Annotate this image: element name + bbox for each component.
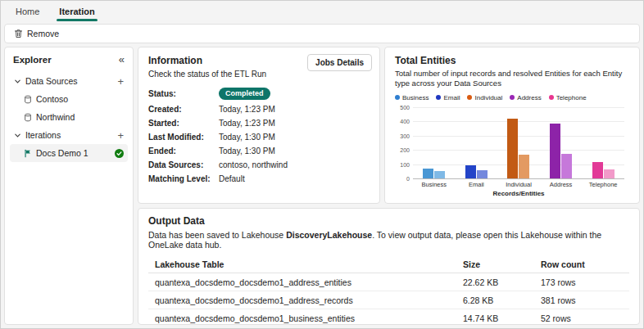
legend-label: Telephone xyxy=(556,94,587,101)
cell-table-name: quantexa_docsdemo_docsdemo1_business_ent… xyxy=(155,313,463,323)
bar-business-entities[interactable] xyxy=(434,171,445,178)
chart-y-tick: 100 xyxy=(400,161,410,167)
explorer-title: Explorer xyxy=(13,55,52,65)
chart-x-label: Email xyxy=(456,181,498,188)
field-value: Today, 1:30 PM xyxy=(219,146,370,155)
legend-label: Business xyxy=(402,94,429,101)
field-label: Last Modified: xyxy=(148,133,219,142)
table-header-row: Lakehouse Table Size Row count xyxy=(148,255,629,273)
jobs-details-button[interactable]: Jobs Details xyxy=(307,54,372,71)
tree-section-iterations: Iterations + Docs Demo 1 xyxy=(10,126,128,162)
tree-item-label: Docs Demo 1 xyxy=(36,148,88,158)
add-data-source-button[interactable]: + xyxy=(117,76,124,87)
database-icon xyxy=(24,113,32,122)
chart-x-axis-title: Records/Entities xyxy=(413,190,624,197)
legend-dot xyxy=(510,95,515,100)
lakehouse-name: DiscoveryLakehouse xyxy=(286,230,372,240)
add-iteration-button[interactable]: + xyxy=(117,130,124,141)
tab-home[interactable]: Home xyxy=(6,1,49,22)
bar-address-entities[interactable] xyxy=(561,154,572,178)
field-value: Today, 1:23 PM xyxy=(219,119,370,128)
tab-iteration[interactable]: Iteration xyxy=(49,1,104,22)
tree-header-iterations[interactable]: Iterations + xyxy=(10,126,128,144)
legend-dot xyxy=(436,95,441,100)
output-data-description: Data has been saved to Lakehouse Discove… xyxy=(148,230,629,250)
trash-icon xyxy=(14,29,23,38)
legend-dot xyxy=(549,95,554,100)
bar-group-business xyxy=(413,107,456,178)
chart-y-tick: 300 xyxy=(400,133,410,138)
legend-item-individual[interactable]: Individual xyxy=(467,94,502,101)
chart-y-tick: 0 xyxy=(406,176,410,182)
chart-y-tick: 200 xyxy=(400,147,410,153)
chart-x-labels: BusinessEmailIndividualAddressTelephone xyxy=(413,181,624,188)
tree-section-data-sources: Data Sources + Contoso xyxy=(10,72,128,126)
chart-x-label: Business xyxy=(413,181,456,188)
field-label: Ended: xyxy=(148,146,219,155)
field-value: Today, 1:30 PM xyxy=(219,133,370,142)
total-entities-panel: Total Entities Total number of input rec… xyxy=(384,47,640,204)
chart-plot-area: 0100200300400500 xyxy=(413,107,624,178)
column-header-size: Size xyxy=(463,259,541,269)
content-area: Explorer « Data Sources + xyxy=(1,47,643,328)
chart-legend: BusinessEmailIndividualAddressTelephone xyxy=(395,94,629,101)
bar-individual-entities[interactable] xyxy=(519,155,529,178)
tree-item-docs-demo-1[interactable]: Docs Demo 1 xyxy=(10,144,128,162)
bar-address-records[interactable] xyxy=(550,124,560,178)
bar-group-email xyxy=(456,107,498,178)
collapse-panel-icon[interactable]: « xyxy=(119,54,125,65)
remove-button[interactable]: Remove xyxy=(7,27,66,40)
legend-item-address[interactable]: Address xyxy=(510,94,541,101)
field-label: Created: xyxy=(148,105,219,114)
legend-label: Individual xyxy=(474,94,502,101)
bar-group-address xyxy=(540,107,583,178)
entities-chart: 0100200300400500 BusinessEmailIndividual… xyxy=(395,104,629,197)
chevron-down-icon xyxy=(14,132,21,139)
status-badge: Completed xyxy=(219,88,270,100)
information-panel: Information Check the status of the ETL … xyxy=(138,47,380,204)
cell-table-name: quantexa_docsdemo_docsdemo1_address_reco… xyxy=(155,295,463,305)
field-label: Data Sources: xyxy=(148,160,219,169)
bar-group-individual xyxy=(497,107,540,178)
toolbar: Remove xyxy=(4,24,640,43)
tree-header-data-sources[interactable]: Data Sources + xyxy=(10,72,128,90)
bar-telephone-entities[interactable] xyxy=(604,169,615,178)
field-label: Matching Level: xyxy=(148,174,219,183)
cell-size: 6.28 KB xyxy=(463,295,541,305)
remove-label: Remove xyxy=(27,29,59,38)
table-row: quantexa_docsdemo_docsdemo1_address_enti… xyxy=(148,273,629,291)
field-value: Default xyxy=(219,174,370,183)
bar-telephone-records[interactable] xyxy=(592,162,603,178)
bar-email-records[interactable] xyxy=(465,165,476,178)
chart-x-label: Individual xyxy=(497,181,540,188)
bar-email-entities[interactable] xyxy=(477,170,488,178)
legend-label: Email xyxy=(443,94,460,101)
legend-item-telephone[interactable]: Telephone xyxy=(549,94,587,101)
legend-label: Address xyxy=(517,94,541,101)
bar-individual-records[interactable] xyxy=(507,119,518,178)
bar-business-records[interactable] xyxy=(423,169,433,178)
bar-group-telephone xyxy=(582,107,624,178)
main-area: Information Check the status of the ETL … xyxy=(138,47,640,325)
chart-bars xyxy=(413,107,624,178)
tree-item-northwind[interactable]: Northwind xyxy=(10,108,128,126)
check-icon xyxy=(115,149,124,158)
app-window: Home Iteration Remove Explorer « xyxy=(0,0,644,329)
legend-dot xyxy=(467,95,472,100)
tree-item-contoso[interactable]: Contoso xyxy=(10,90,128,108)
database-icon xyxy=(24,95,32,104)
cell-size: 14.74 KB xyxy=(463,313,541,323)
cell-table-name: quantexa_docsdemo_docsdemo1_address_enti… xyxy=(155,277,463,287)
legend-dot xyxy=(395,95,400,100)
iteration-flag-icon xyxy=(24,149,32,158)
table-row: quantexa_docsdemo_docsdemo1_business_ent… xyxy=(148,309,629,325)
output-data-title: Output Data xyxy=(148,215,629,227)
field-label: Started: xyxy=(148,119,219,128)
legend-item-email[interactable]: Email xyxy=(436,94,460,101)
table-row: quantexa_docsdemo_docsdemo1_address_reco… xyxy=(148,291,629,309)
tab-bar: Home Iteration xyxy=(1,1,643,22)
tree-item-label: Northwind xyxy=(36,112,75,122)
legend-item-business[interactable]: Business xyxy=(395,94,429,101)
field-label: Status: xyxy=(148,89,219,98)
chart-y-tick: 500 xyxy=(400,104,410,110)
